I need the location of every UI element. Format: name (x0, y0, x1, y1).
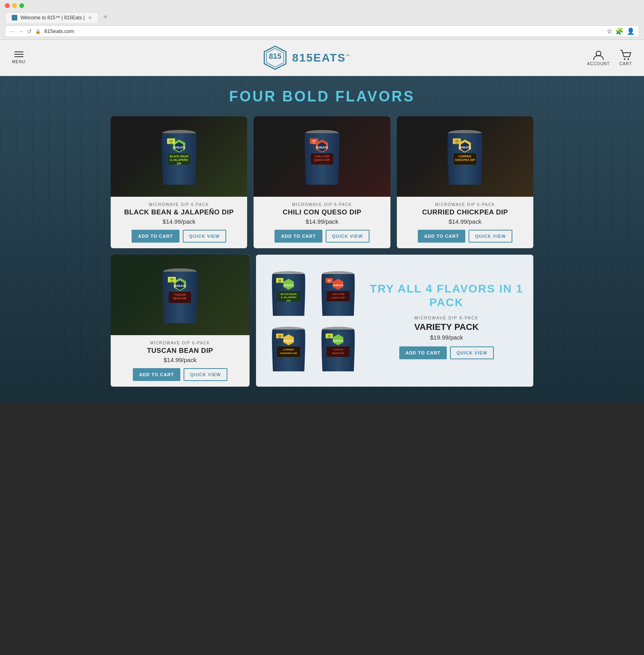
svg-text:DIP: DIP (287, 299, 291, 302)
header-actions: ACCOUNT CART (587, 49, 632, 66)
svg-text:CAL: CAL (312, 142, 316, 144)
active-tab[interactable]: Welcome to 815™ | 815Eats ( ✕ (5, 12, 99, 23)
product-price-chickpea: $14.99/pack (403, 218, 527, 225)
extension-icon[interactable]: 🧩 (615, 27, 623, 35)
svg-text:CAL: CAL (278, 337, 281, 339)
product-price-black-bean: $14.99/pack (117, 218, 241, 225)
logo-hex-icon: 815 (262, 45, 288, 71)
product-actions-chili-queso: ADD TO CART QUICK VIEW (260, 230, 384, 243)
quick-view-tuscan[interactable]: QUICK VIEW (184, 368, 227, 381)
product-price-tuscan: $14.99/pack (117, 356, 243, 363)
variety-actions: ADD TO CART QUICK VIEW (369, 346, 524, 359)
svg-text:CHILI CON: CHILI CON (315, 155, 329, 158)
svg-text:815EATS: 815EATS (283, 340, 294, 342)
account-icon (593, 49, 604, 61)
product-info-chickpea: MICROWAVE DIP 6-PACK CURRIED CHICKPEA DI… (397, 197, 533, 248)
site-header: MENU 815 815EATS™ ACCOUNT CART (0, 40, 644, 76)
product-card-chili-queso: 815EATS CHILI CON QUESO DIP 100 CAL MICR… (254, 116, 390, 248)
svg-text:TUSCAN: TUSCAN (174, 293, 186, 296)
svg-text:DIP: DIP (177, 162, 182, 165)
products-grid-bottom: 815EATS TUSCAN BEAN DIP 100 CAL MICROWAV… (111, 255, 533, 387)
svg-text:BLACK BEAN: BLACK BEAN (281, 293, 297, 295)
svg-text:QUESO DIP: QUESO DIP (331, 297, 345, 299)
product-actions-tuscan: ADD TO CART QUICK VIEW (117, 368, 243, 381)
account-button[interactable]: ACCOUNT (587, 49, 610, 66)
address-bar[interactable]: ← → ↺ 🔒 815eats.com ☆ 🧩 👤 (5, 25, 639, 37)
account-label: ACCOUNT (587, 62, 610, 66)
svg-text:CHICKPEA DIP: CHICKPEA DIP (455, 159, 475, 161)
cart-label: CART (619, 62, 632, 66)
svg-text:BEAN DIP: BEAN DIP (173, 297, 187, 300)
add-to-cart-black-bean[interactable]: ADD TO CART (132, 230, 180, 243)
quick-view-chickpea[interactable]: QUICK VIEW (469, 230, 512, 243)
svg-point-6 (627, 58, 629, 60)
product-cup-chickpea: 815EATS CURRIED CHICKPEA DIP 100 CAL (441, 124, 489, 189)
add-to-cart-tuscan[interactable]: ADD TO CART (133, 368, 181, 381)
tab-title: Welcome to 815™ | 815Eats ( (21, 15, 85, 21)
product-cup-black-bean: 815EATS BLACK BEAN & JALAPEÑO DIP 100 CA… (155, 124, 203, 189)
svg-text:CAL: CAL (169, 142, 173, 144)
product-name-chili-queso: CHILI CON QUESO DIP (260, 208, 384, 216)
tab-bar: Welcome to 815™ | 815Eats ( ✕ + (5, 11, 639, 23)
section-title: FOUR BOLD FLAVORS (8, 88, 636, 105)
svg-text:CAL: CAL (278, 282, 281, 283)
svg-text:815EATS: 815EATS (173, 146, 185, 149)
bookmark-icon[interactable]: ☆ (607, 27, 612, 35)
variety-cup-chickpea: 815EATS CURRIED CHICKPEA DIP 100 CAL (266, 322, 312, 375)
variety-type: MICROWAVE DIP 8-PACK (369, 316, 524, 320)
menu-button[interactable]: MENU (12, 51, 25, 64)
svg-text:& JALAPEÑO: & JALAPEÑO (281, 296, 296, 299)
svg-point-5 (624, 58, 625, 60)
product-cup-tuscan: 815EATS TUSCAN BEAN DIP 100 CAL (156, 263, 204, 327)
security-icon: 🔒 (35, 29, 41, 34)
svg-text:815: 815 (269, 52, 281, 60)
svg-text:BLACK BEAN: BLACK BEAN (170, 155, 188, 158)
svg-text:& JALAPEÑO: & JALAPEÑO (170, 158, 188, 161)
svg-text:CURRIED: CURRIED (458, 155, 471, 158)
product-type-black-bean: MICROWAVE DIP 6-PACK (117, 202, 241, 207)
svg-text:CHILI CON: CHILI CON (332, 293, 344, 295)
svg-text:815EATS: 815EATS (174, 284, 186, 287)
add-to-cart-chickpea[interactable]: ADD TO CART (418, 230, 466, 243)
product-card-tuscan: 815EATS TUSCAN BEAN DIP 100 CAL MICROWAV… (111, 255, 250, 387)
product-info-tuscan: MICROWAVE DIP 6-PACK TUSCAN BEAN DIP $14… (111, 335, 250, 387)
product-actions-chickpea: ADD TO CART QUICK VIEW (403, 230, 527, 243)
svg-text:CURRIED: CURRIED (283, 348, 294, 351)
svg-text:QUESO DIP: QUESO DIP (314, 159, 330, 162)
minimize-dot[interactable] (12, 3, 17, 8)
quick-view-black-bean[interactable]: QUICK VIEW (183, 230, 227, 243)
back-button[interactable]: ← (9, 28, 15, 35)
maximize-dot[interactable] (19, 3, 24, 8)
variety-name: VARIETY PACK (369, 322, 524, 332)
new-tab-button[interactable]: + (100, 11, 111, 23)
close-dot[interactable] (5, 3, 10, 8)
product-name-black-bean: BLACK BEAN & JALAPEÑO DIP (117, 208, 241, 216)
product-info-black-bean: MICROWAVE DIP 6-PACK BLACK BEAN & JALAPE… (111, 197, 247, 248)
variety-tagline: TRY ALL 4 FLAVORS IN 1 PACK (369, 282, 524, 309)
svg-text:815EATS: 815EATS (283, 284, 294, 286)
product-actions-black-bean: ADD TO CART QUICK VIEW (117, 230, 241, 243)
product-image-chickpea: 815EATS CURRIED CHICKPEA DIP 100 CAL (397, 116, 533, 197)
svg-text:CHICKPEA DIP: CHICKPEA DIP (280, 352, 297, 354)
cart-button[interactable]: CART (619, 49, 632, 66)
tab-close-btn[interactable]: ✕ (88, 15, 92, 21)
add-to-cart-chili-queso[interactable]: ADD TO CART (275, 230, 322, 243)
svg-text:815EATS: 815EATS (333, 340, 343, 342)
product-cup-chili-queso: 815EATS CHILI CON QUESO DIP 100 CAL (298, 124, 346, 189)
forward-button[interactable]: → (18, 28, 24, 35)
menu-label: MENU (12, 60, 25, 64)
add-to-cart-variety[interactable]: ADD TO CART (399, 346, 447, 359)
product-info-chili-queso: MICROWAVE DIP 6-PACK CHILI CON QUESO DIP… (254, 197, 390, 248)
profile-icon[interactable]: 👤 (627, 27, 635, 35)
variety-cup-black-bean: 815EATS BLACK BEAN & JALAPEÑO DIP 100 CA… (266, 267, 312, 319)
url-display[interactable]: 815eats.com (44, 28, 603, 34)
products-grid-top: 815EATS BLACK BEAN & JALAPEÑO DIP 100 CA… (111, 116, 533, 248)
quick-view-chili-queso[interactable]: QUICK VIEW (326, 230, 369, 243)
product-name-chickpea: CURRIED CHICKPEA DIP (403, 208, 527, 216)
logo[interactable]: 815 815EATS™ (262, 45, 351, 71)
quick-view-variety[interactable]: QUICK VIEW (450, 346, 494, 359)
main-content: FOUR BOLD FLAVORS 8 (0, 76, 644, 403)
product-image-chili-queso: 815EATS CHILI CON QUESO DIP 100 CAL (254, 116, 390, 197)
refresh-button[interactable]: ↺ (27, 28, 32, 35)
product-name-tuscan: TUSCAN BEAN DIP (117, 347, 243, 355)
